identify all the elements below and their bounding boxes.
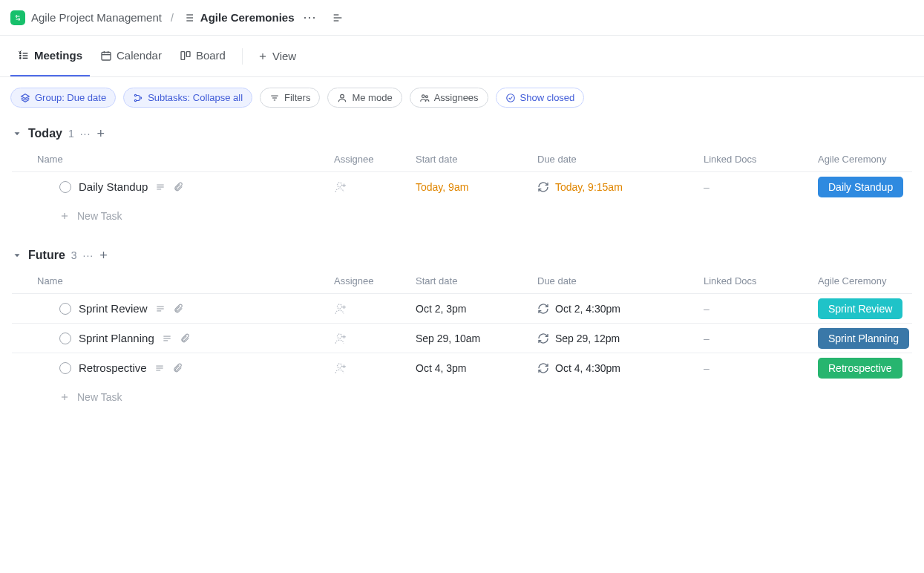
tab-calendar[interactable]: Calendar — [93, 36, 169, 76]
col-docs[interactable]: Linked Docs — [704, 154, 818, 165]
chip-me-mode[interactable]: Me mode — [327, 88, 402, 108]
new-task-button[interactable]: New Task — [12, 382, 912, 412]
group-title[interactable]: Today — [28, 127, 62, 140]
ceremony-badge[interactable]: Sprint Review — [818, 298, 902, 319]
chip-label: Assignees — [434, 92, 479, 103]
linked-docs[interactable]: – — [704, 333, 818, 344]
task-title[interactable]: Sprint Review — [79, 302, 148, 315]
page-more-menu[interactable]: ··· — [301, 10, 320, 25]
attachment-icon[interactable] — [173, 304, 183, 314]
col-name[interactable]: Name — [37, 275, 334, 286]
attachment-icon[interactable] — [173, 182, 183, 192]
chip-filters[interactable]: Filters — [260, 88, 320, 108]
col-ceremony[interactable]: Agile Ceremony — [818, 154, 914, 165]
group-more-menu[interactable]: ··· — [80, 128, 91, 140]
col-assignee[interactable]: Assignee — [334, 154, 416, 165]
chevron-down-icon[interactable] — [12, 250, 22, 261]
task-row[interactable]: Sprint Planning Sep 29, 10am Sep 29, 12p… — [12, 323, 912, 353]
linked-docs[interactable]: – — [704, 181, 818, 193]
tab-label: Calendar — [117, 49, 162, 62]
svg-point-53 — [338, 334, 342, 338]
description-icon[interactable] — [162, 333, 172, 344]
due-date[interactable]: Sep 29, 12pm — [555, 333, 620, 344]
svg-point-31 — [422, 94, 425, 97]
group-count: 3 — [71, 249, 77, 261]
attachment-icon[interactable] — [172, 363, 183, 373]
col-assignee[interactable]: Assignee — [334, 275, 416, 286]
start-date[interactable]: Oct 2, 3pm — [416, 303, 537, 315]
chip-group[interactable]: Group: Due date — [10, 88, 116, 108]
svg-marker-23 — [22, 94, 30, 98]
status-circle[interactable] — [59, 333, 71, 344]
svg-point-10 — [20, 55, 21, 56]
task-row[interactable]: Daily Standup Today, 9am Today, 9:15am –… — [12, 171, 912, 201]
col-docs[interactable]: Linked Docs — [704, 275, 818, 286]
add-assignee-icon[interactable] — [334, 302, 416, 315]
chip-subtasks[interactable]: Subtasks: Collapse all — [123, 88, 252, 108]
status-circle[interactable] — [59, 181, 71, 193]
add-view-label: View — [272, 50, 296, 62]
ceremony-badge[interactable]: Retrospective — [818, 358, 902, 379]
status-circle[interactable] — [59, 303, 71, 315]
chevron-down-icon[interactable] — [12, 128, 22, 139]
group-title[interactable]: Future — [28, 249, 65, 262]
svg-point-30 — [341, 94, 344, 98]
tab-board[interactable]: Board — [172, 36, 233, 76]
col-ceremony[interactable]: Agile Ceremony — [818, 275, 914, 286]
due-date[interactable]: Oct 4, 4:30pm — [555, 362, 620, 374]
start-date[interactable]: Oct 4, 3pm — [416, 362, 537, 374]
description-icon[interactable] — [154, 363, 165, 373]
svg-rect-19 — [181, 51, 185, 59]
task-title[interactable]: Retrospective — [79, 361, 147, 374]
group-count: 1 — [68, 128, 74, 140]
breadcrumb-project[interactable]: Agile Project Management — [31, 11, 162, 24]
svg-point-47 — [338, 304, 342, 309]
add-assignee-icon[interactable] — [334, 180, 416, 194]
linked-docs[interactable]: – — [704, 362, 818, 374]
svg-point-33 — [506, 94, 514, 102]
breadcrumb-page[interactable]: Agile Ceremonies — [200, 11, 295, 24]
group-future: Future 3 ··· + Name Assignee Start date … — [0, 243, 924, 412]
ceremony-badge[interactable]: Daily Standup — [818, 177, 903, 197]
description-icon[interactable] — [155, 182, 166, 192]
col-due[interactable]: Due date — [537, 275, 704, 286]
svg-point-59 — [338, 364, 342, 368]
divider — [242, 48, 243, 65]
chip-label: Group: Due date — [35, 92, 106, 103]
group-more-menu[interactable]: ··· — [83, 249, 94, 261]
start-date[interactable]: Today, 9am — [416, 181, 537, 193]
ceremony-badge[interactable]: Sprint Planning — [818, 328, 909, 349]
add-assignee-icon[interactable] — [334, 361, 416, 375]
chip-assignees[interactable]: Assignees — [410, 88, 488, 108]
group-add-button[interactable]: + — [96, 127, 105, 140]
col-start[interactable]: Start date — [416, 275, 537, 286]
attachment-icon[interactable] — [180, 333, 190, 344]
svg-point-9 — [20, 53, 21, 53]
task-title[interactable]: Daily Standup — [79, 180, 148, 193]
new-task-button[interactable]: New Task — [12, 201, 912, 231]
col-start[interactable]: Start date — [416, 154, 537, 165]
new-task-label: New Task — [77, 391, 122, 403]
due-date[interactable]: Today, 9:15am — [555, 181, 623, 193]
add-view-button[interactable]: View — [252, 50, 302, 62]
column-headers: Name Assignee Start date Due date Linked… — [12, 146, 912, 171]
collapse-panel-icon[interactable] — [332, 12, 344, 24]
start-date[interactable]: Sep 29, 10am — [416, 333, 537, 344]
due-date[interactable]: Oct 2, 4:30pm — [555, 303, 620, 315]
svg-point-38 — [338, 183, 342, 187]
chip-show-closed[interactable]: Show closed — [496, 88, 585, 108]
chip-label: Filters — [284, 92, 310, 103]
tab-meetings[interactable]: Meetings — [10, 36, 90, 76]
task-row[interactable]: Retrospective Oct 4, 3pm Oct 4, 4:30pm –… — [12, 353, 912, 382]
col-due[interactable]: Due date — [537, 154, 704, 165]
task-title[interactable]: Sprint Planning — [79, 332, 154, 344]
group-add-button[interactable]: + — [99, 249, 108, 262]
recurring-icon — [537, 303, 549, 315]
col-name[interactable]: Name — [37, 154, 334, 165]
linked-docs[interactable]: – — [704, 303, 818, 315]
chip-label: Me mode — [352, 92, 392, 103]
description-icon[interactable] — [155, 304, 166, 314]
task-row[interactable]: Sprint Review Oct 2, 3pm Oct 2, 4:30pm –… — [12, 293, 912, 323]
status-circle[interactable] — [59, 362, 71, 374]
add-assignee-icon[interactable] — [334, 332, 416, 345]
